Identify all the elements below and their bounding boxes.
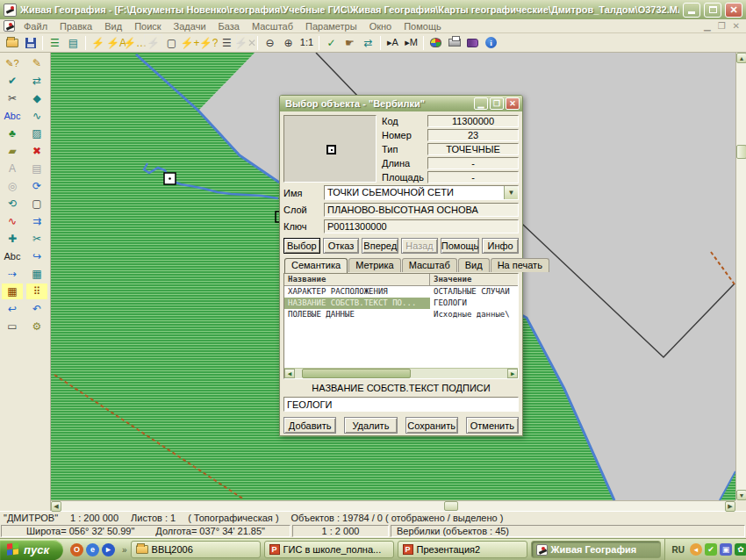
combo-dropdown-button[interactable]: ▼ [504,186,518,199]
menu-search[interactable]: Поиск [129,20,166,32]
tool-dashes[interactable]: ▰ [1,142,24,160]
table-scroll-right-button[interactable]: ▶ [507,369,518,378]
tool-pan-objects[interactable]: ⇄ [25,72,48,90]
menu-database[interactable]: База [213,20,245,32]
object-name-combobox[interactable]: ТОЧКИ СЬЕМОЧНОЙ СЕТИ ▼ [324,185,519,200]
open-button[interactable] [3,34,21,51]
object-list-button[interactable]: ☰ [218,34,236,51]
mdi-close-button[interactable]: ✕ [730,21,742,31]
vertical-scroll-thumb[interactable] [736,145,746,159]
table-row-selected[interactable]: НАЗВАНИЕ СОБСТВ.ТЕКСТ ПО... ГЕОЛОГИ [284,298,518,309]
start-button[interactable]: пуск [0,540,63,560]
pan-hand-button[interactable]: ☛ [341,34,359,51]
quick-launch-ie[interactable]: e [86,543,99,556]
menu-parameters[interactable]: Параметры [300,20,362,32]
tool-brush-dots[interactable]: ⠿ [25,283,48,300]
tool-undo[interactable]: ↶ [25,300,48,318]
delete-button[interactable]: Удалить [344,417,397,434]
horizontal-scroll-thumb[interactable] [444,501,458,511]
tool-hatch-rect[interactable]: ▨ [25,125,48,142]
tool-grid-copy[interactable]: ▦ [25,265,48,283]
search-button[interactable]: ⚡ [89,34,107,51]
dialog-close-button[interactable]: ✕ [506,97,520,110]
tool-cut-line[interactable]: ✂ [25,230,48,248]
column-header-name[interactable]: Название [284,274,430,285]
tool-add-segment[interactable]: ✚ [1,230,24,248]
layer-list-button[interactable]: ☰ [46,34,64,51]
tool-create[interactable]: ✎ [25,54,48,72]
horizontal-scrollbar[interactable]: ◀ ▶ [51,500,735,511]
help-info-button[interactable]: i [482,34,500,51]
tool-select-fragment[interactable]: ▢ [25,195,48,212]
tool-symbol[interactable]: ♣ [1,125,24,142]
tab-scale[interactable]: Масштаб [402,258,457,272]
menu-view[interactable]: Вид [99,20,127,32]
menu-window[interactable]: Окно [364,20,398,32]
tool-frame[interactable]: ▭ [1,318,24,335]
zoom-in-button[interactable]: ⊕ [279,34,298,51]
palette-button[interactable] [427,34,445,51]
tool-spline[interactable]: ∿ [1,212,24,230]
tray-update-shield[interactable]: ✔ [705,543,717,556]
quick-launch-media[interactable]: ► [102,543,115,556]
save-semantic-button[interactable]: Сохранить [405,417,458,434]
help-button[interactable]: Помощь [441,238,480,254]
minimize-button[interactable] [683,3,700,18]
tool-branch[interactable]: ⇉ [25,212,48,230]
table-row[interactable]: ХАРАКТЕР РАСПОЛОЖЕНИЯ ОСТАЛЬНЫЕ СЛУЧАИ [284,286,518,298]
tool-settings[interactable]: ⚙ [25,318,48,335]
tab-view[interactable]: Вид [458,258,490,272]
scroll-right-button[interactable]: ▶ [725,501,735,512]
tool-nodes[interactable]: ◆ [25,90,48,107]
tool-cut[interactable]: ✂ [1,90,24,107]
tool-rotate-cw[interactable]: ⟳ [25,177,48,195]
dialog-minimize-button[interactable]: ▁ [474,97,488,110]
vertical-scrollbar[interactable]: ▲ ▼ [735,53,746,500]
mdi-minimize-button[interactable]: ▁ [701,21,714,31]
table-horizontal-scrollbar[interactable]: ◀ ▶ [284,368,518,378]
tool-brush-grid[interactable]: ▦ [1,283,24,300]
select-mode-button[interactable]: ✓ [322,34,341,51]
zoom-1-1-button[interactable]: 1:1 [298,34,316,51]
tool-move-copy[interactable]: ⇢ [1,265,24,283]
tool-polyline[interactable]: ∿ [25,107,48,125]
object-info-button[interactable]: ▤ [64,34,82,51]
cursor-a-button[interactable]: ▸A [384,34,402,51]
refuse-button[interactable]: Отказ [323,238,360,254]
column-header-value[interactable]: Значение [430,274,518,285]
table-scroll-thumb[interactable] [302,369,411,378]
cancel-button[interactable]: Отменить [466,417,519,434]
menu-scale[interactable]: Масштаб [247,20,298,32]
scroll-left-button[interactable]: ◀ [51,501,61,512]
quick-launch-browser[interactable]: O [70,543,83,556]
print-button[interactable] [445,34,463,51]
semantic-value-input[interactable] [283,397,519,412]
dialog-maximize-button[interactable]: ❐ [490,97,504,110]
tab-semantics[interactable]: Семантика [284,258,348,273]
tool-curve-arrow[interactable]: ↪ [25,248,48,265]
table-scroll-left-button[interactable]: ◀ [284,369,295,378]
scroll-up-button[interactable]: ▲ [736,53,746,63]
tab-metrics[interactable]: Метрика [348,258,401,272]
menu-help[interactable]: Помощь [398,20,447,32]
tool-create-query[interactable]: ✎? [1,54,24,72]
select-button[interactable]: Выбор [283,238,320,254]
menu-file[interactable]: Файл [18,20,53,32]
tool-text[interactable]: Abc [1,107,24,125]
tool-confirm-edit[interactable]: ✔ [1,72,24,90]
quick-launch-expand[interactable]: » [122,545,127,555]
maximize-button[interactable] [704,3,721,18]
menu-edit[interactable]: Правка [54,20,97,32]
tool-undo-move[interactable]: ↩ [1,300,24,318]
menu-tasks[interactable]: Задачи [169,20,212,32]
search-query-button[interactable]: ⚡? [199,34,218,51]
taskbar-task-гис-в-школе_полна-[interactable]: PГИС в школе_полна... [264,541,394,558]
search-add-button[interactable]: ⚡+ [181,34,199,51]
tool-text2[interactable]: Abc [1,248,24,265]
close-button[interactable]: ✕ [725,3,742,18]
taskbar-task-ввц2006[interactable]: ВВЦ2006 [131,541,261,558]
tray-hide-icons[interactable]: ◂ [690,543,702,556]
tool-delete[interactable]: ✖ [25,142,48,160]
save-button[interactable] [21,34,39,51]
language-indicator[interactable]: RU [672,545,685,555]
